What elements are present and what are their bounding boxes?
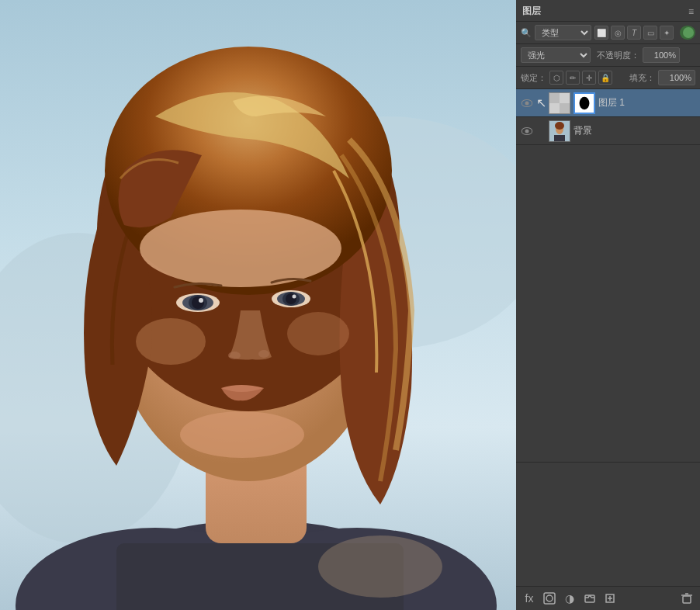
svg-point-20 [293, 295, 296, 299]
svg-point-14 [192, 296, 204, 309]
filter-pixel-btn[interactable]: ⬜ [594, 26, 608, 40]
lock-label: 锁定： [521, 72, 546, 84]
new-group-button[interactable] [581, 590, 598, 607]
lock-icons: ⬡ ✏ ✛ 🔒 [549, 71, 612, 85]
svg-point-15 [199, 298, 203, 303]
delete-layer-button[interactable] [678, 590, 695, 607]
portrait-svg [0, 0, 516, 610]
svg-rect-36 [554, 135, 565, 141]
lock-pixel-btn[interactable]: ⬡ [549, 71, 563, 85]
lock-row: 锁定： ⬡ ✏ ✛ 🔒 填充： [516, 67, 700, 89]
photo-container [0, 0, 516, 610]
panel-title: 图层 [522, 5, 541, 18]
svg-point-32 [580, 96, 590, 109]
svg-rect-29 [549, 93, 560, 103]
layers-list: ↖ 图层 1 [516, 89, 700, 462]
filter-row: 🔍 类型 ⬜ ◎ T ▭ ✦ [516, 22, 700, 44]
layer-name: 背景 [574, 124, 695, 137]
lock-all-btn[interactable]: 🔒 [598, 71, 612, 85]
layer-item[interactable]: 背景 [516, 117, 700, 145]
filter-type-icons: ⬜ ◎ T ▭ ✦ [594, 26, 674, 40]
filter-smart-btn[interactable]: ✦ [660, 26, 674, 40]
canvas-area [0, 0, 516, 610]
svg-point-38 [546, 595, 553, 601]
layer-thumbnail [549, 120, 570, 142]
svg-point-35 [555, 122, 564, 130]
filter-type-select[interactable]: 类型 [535, 25, 591, 40]
svg-point-21 [228, 352, 241, 359]
panel-header-icons: ≡ [688, 6, 694, 17]
opacity-input[interactable] [643, 47, 680, 63]
panel-menu-icon[interactable]: ≡ [688, 6, 694, 17]
layer-thumbnail [549, 92, 570, 114]
new-layer-icon [604, 592, 616, 605]
filter-shape-btn[interactable]: ▭ [643, 26, 657, 40]
filter-text-btn[interactable]: T [627, 26, 641, 40]
add-mask-button[interactable] [541, 590, 558, 607]
layer-visibility-toggle[interactable] [521, 125, 533, 137]
eye-icon [522, 99, 532, 107]
svg-rect-43 [683, 596, 691, 603]
layer-mask-thumbnail [574, 92, 595, 114]
svg-point-27 [318, 535, 442, 598]
filter-adjust-btn[interactable]: ◎ [611, 26, 625, 40]
mask-icon [543, 592, 556, 605]
svg-rect-37 [544, 593, 555, 604]
delete-icon [681, 592, 693, 605]
opacity-label: 不透明度： [597, 50, 639, 61]
layers-panel: 图层 ≡ 🔍 类型 ⬜ ◎ T ▭ ✦ 强光 不透明度： 锁定： ⬡ [516, 0, 700, 610]
svg-point-10 [140, 210, 341, 287]
filter-toggle[interactable] [680, 26, 695, 40]
svg-point-25 [287, 312, 349, 355]
blend-mode-select[interactable]: 强光 [521, 47, 591, 63]
new-adjustment-button[interactable]: ◑ [561, 590, 578, 607]
layer-thumb-svg [549, 93, 570, 113]
lock-position-btn[interactable]: ✛ [582, 71, 596, 85]
blend-mode-row: 强光 不透明度： [516, 44, 700, 67]
layer-mask-svg [575, 93, 594, 113]
fill-label: 填充： [629, 72, 655, 84]
svg-point-22 [258, 350, 269, 358]
svg-rect-30 [560, 103, 570, 113]
layer-visibility-toggle[interactable] [521, 97, 533, 109]
layer-cursor-icon: ↖ [536, 97, 546, 109]
lock-paint-btn[interactable]: ✏ [566, 71, 580, 85]
eye-icon [522, 127, 532, 135]
group-icon [584, 592, 596, 605]
svg-point-24 [136, 318, 206, 365]
new-layer-button[interactable] [601, 590, 619, 607]
add-fx-button[interactable]: fx [521, 590, 538, 607]
svg-point-23 [180, 411, 304, 458]
layer-name: 图层 1 [598, 96, 695, 109]
layers-toolbar: fx ◑ [516, 586, 700, 610]
search-icon: 🔍 [521, 28, 532, 38]
layers-bottom-area [516, 462, 700, 586]
panel-header: 图层 ≡ [516, 0, 700, 22]
bg-layer-thumb-svg [549, 121, 570, 141]
layer-item[interactable]: ↖ 图层 1 [516, 89, 700, 117]
fill-input[interactable] [658, 70, 695, 85]
